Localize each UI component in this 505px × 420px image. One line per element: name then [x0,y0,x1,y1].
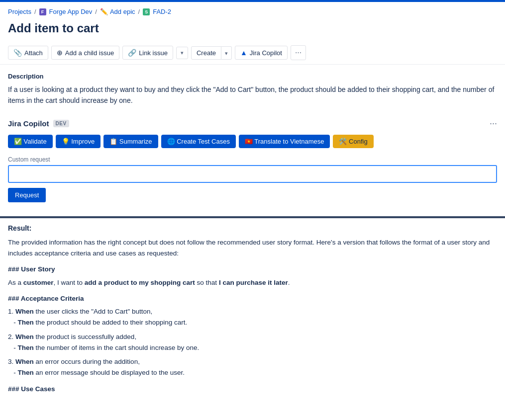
link-issue-button[interactable]: 🔗 Link issue [122,46,173,60]
add-child-issue-button[interactable]: ⊕ Add a child issue [51,46,119,60]
chevron-down-icon: ▾ [181,50,184,56]
copilot-header: Jira Copilot DEV ··· [8,118,497,129]
result-content: The provided information has the right c… [8,237,497,396]
copilot-title-text: Jira Copilot [8,119,49,128]
dev-badge: DEV [53,120,69,127]
attach-button[interactable]: 📎 Attach [8,46,48,60]
link-icon: 🔗 [128,49,136,57]
result-use-cases-heading: ### Use Cases [8,384,495,395]
toolbar: 📎 Attach ⊕ Add a child issue 🔗 Link issu… [0,41,505,65]
result-scroll-area[interactable]: The provided information has the right c… [8,237,497,396]
create-test-cases-button[interactable]: 🌐 Create Test Cases [161,135,236,148]
result-label: Result: [8,224,497,232]
config-button[interactable]: 🛠️ Config [333,135,373,148]
chevron-down-icon: ▾ [225,50,228,56]
result-user-story-heading: ### User Story [8,264,495,275]
breadcrumb-add-epic[interactable]: Add epic [110,8,135,15]
copilot-title: Jira Copilot DEV [8,119,69,128]
main-content: Description If a user is looking at a pr… [0,65,505,210]
result-acceptance-heading: ### Acceptance Criteria [8,293,495,304]
child-issue-icon: ⊕ [57,49,63,57]
page-title: Add item to cart [0,19,505,41]
translate-button[interactable]: 🇻🇳 Translate to Vietnamese [239,135,330,148]
result-criteria-1: 1. When the user clicks the "Add to Cart… [8,306,495,329]
result-section: Result: The provided information has the… [0,224,505,396]
result-criteria-2: 2. When the product is successfully adde… [8,332,495,354]
result-intro: The provided information has the right c… [8,237,495,259]
create-button[interactable]: Create [191,46,221,60]
copilot-icon: ▲ [240,49,247,57]
copilot-section: Jira Copilot DEV ··· ✅ Validate 💡 Improv… [8,118,497,202]
request-button[interactable]: Request [8,188,46,202]
description-section: Description If a user is looking at a pr… [8,73,497,106]
custom-request-label: Custom request [8,156,497,163]
improve-button[interactable]: 💡 Improve [56,135,101,148]
validate-button[interactable]: ✅ Validate [8,135,53,148]
custom-request-section: Custom request Request [8,156,497,202]
result-criteria-3: 3. When an error occurs during the addit… [8,356,495,379]
breadcrumb-projects[interactable]: Projects [8,8,31,15]
breadcrumb-fad2[interactable]: FAD-2 [153,8,171,15]
forge-app-icon: F [39,8,46,15]
action-buttons: ✅ Validate 💡 Improve 📋 Summarize 🌐 Creat… [8,135,497,148]
attach-icon: 📎 [13,49,22,57]
story-icon: S [143,8,150,15]
description-label: Description [8,73,497,80]
result-outer: The provided information has the right c… [8,237,497,396]
create-dropdown-button[interactable]: ▾ [221,46,232,60]
more-actions-button[interactable]: ··· [291,45,306,60]
custom-request-input[interactable] [8,165,497,183]
result-user-story: As a customer, I want to add a product t… [8,277,495,288]
description-text: If a user is looking at a product they w… [8,84,497,106]
copilot-more-button[interactable]: ··· [490,118,497,129]
breadcrumb-forge-app-dev[interactable]: Forge App Dev [49,8,93,15]
breadcrumb: Projects / F Forge App Dev / ✏️ Add epic… [0,2,505,19]
dropdown-arrow-button[interactable]: ▾ [176,47,188,59]
jira-copilot-button[interactable]: ▲ Jira Copilot [235,46,288,60]
summarize-button[interactable]: 📋 Summarize [103,135,158,148]
section-divider [0,216,505,218]
